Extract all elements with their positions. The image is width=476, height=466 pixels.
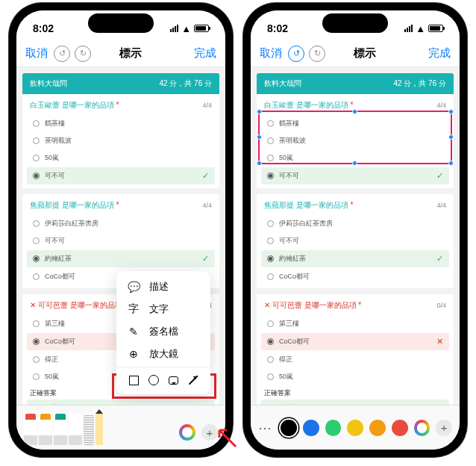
color-green[interactable] xyxy=(325,420,342,436)
shape-bubble-button[interactable] xyxy=(166,373,180,387)
color-yellow[interactable] xyxy=(347,420,363,436)
q1-opt-2[interactable]: 50嵐 xyxy=(30,149,212,167)
drawn-rectangle-shape[interactable] xyxy=(258,111,452,164)
q3-text: ✕ 可可芭蕾 是哪一家的品項 * xyxy=(264,300,361,311)
dynamic-island xyxy=(322,13,388,33)
marker-teal[interactable] xyxy=(54,414,67,445)
q1-opt-3[interactable]: 可不可✓ xyxy=(261,167,449,184)
q3-opt-3[interactable]: 50嵐 xyxy=(264,368,446,385)
nav-title: 標示 xyxy=(301,46,428,60)
dynamic-island xyxy=(88,13,154,33)
shape-square-button[interactable] xyxy=(127,373,140,387)
phone-left: 8:02 ▲︎ 取消 ↺ ↻ 標示 完成 飲料大哉問 42 分，共 76 分 xyxy=(9,3,233,457)
status-icons: ▲︎ xyxy=(170,23,209,34)
status-time: 8:02 xyxy=(33,22,54,34)
annotation-arrow xyxy=(215,426,237,448)
q2-text: 焦蘋那提 是哪一家的品項 * xyxy=(264,200,353,211)
q2-opt-0[interactable]: 伊莉莎白紅茶書房 xyxy=(30,215,212,232)
q3-opt-1[interactable]: CoCo都可✕ xyxy=(261,333,449,350)
battery-icon xyxy=(428,25,443,32)
pencil-tool[interactable] xyxy=(95,414,103,445)
quiz-header: 飲料大哉問 42 分，共 76 分 xyxy=(22,73,219,94)
quiz-score: 42 分，共 76 分 xyxy=(393,78,446,89)
color-red[interactable] xyxy=(392,420,408,436)
content-right[interactable]: 飲料大哉問 42 分，共 76 分 白玉歐蕾 是哪一家的品項 * 4/4 鶴茶樓… xyxy=(251,67,460,405)
shapes-row xyxy=(116,367,210,390)
quiz-header: 飲料大哉問 42 分，共 76 分 xyxy=(257,73,454,94)
correct-answer-label: 正確答案 xyxy=(264,388,446,398)
screen-right: 8:02 ▲︎ 取消 ↺ ↻ 標示 完成 飲料大哉問 42 分，共 76 分 xyxy=(251,10,460,450)
phone-right: 8:02 ▲︎ 取消 ↺ ↻ 標示 完成 飲料大哉問 42 分，共 76 分 xyxy=(243,3,467,457)
q2-opt-2[interactable]: 約翰紅茶✓ xyxy=(261,250,449,267)
done-button[interactable]: 完成 xyxy=(428,46,451,60)
wifi-icon: ▲︎ xyxy=(416,23,425,34)
marker-red[interactable] xyxy=(24,414,37,445)
content-left[interactable]: 飲料大哉問 42 分，共 76 分 白玉歐蕾 是哪一家的品項 * 4/4 鶴茶樓… xyxy=(16,67,225,405)
magnifier-icon: ⊕ xyxy=(127,348,140,360)
q2-opt-1[interactable]: 可不可 xyxy=(264,232,446,249)
nav-bar: 取消 ↺ ↻ 標示 完成 xyxy=(16,40,225,67)
screen-left: 8:02 ▲︎ 取消 ↺ ↻ 標示 完成 飲料大哉問 42 分，共 76 分 xyxy=(16,10,225,450)
q1-text: 白玉歐蕾 是哪一家的品項 * xyxy=(30,100,119,111)
ruler-tool[interactable] xyxy=(84,415,94,445)
check-icon: ✓ xyxy=(202,254,209,264)
quiz-score: 42 分，共 76 分 xyxy=(159,78,212,89)
color-blue[interactable] xyxy=(303,420,319,436)
color-orange[interactable] xyxy=(369,420,386,436)
q3-correct: 50嵐 xyxy=(261,400,449,405)
color-picker-icon[interactable] xyxy=(414,420,430,436)
cancel-button[interactable]: 取消 xyxy=(260,46,282,60)
q3-opt-2[interactable]: 得正 xyxy=(264,351,446,368)
color-toolbar: ⋯ + xyxy=(251,405,460,450)
q2-text: 焦蘋那提 是哪一家的品項 * xyxy=(30,200,119,211)
question-card-2: 焦蘋那提 是哪一家的品項 * 4/4 伊莉莎白紅茶書房 可不可 約翰紅茶✓ Co… xyxy=(257,194,454,288)
q2-opt-1[interactable]: 可不可 xyxy=(30,232,212,249)
add-popup-menu: 💬描述 字文字 ✎簽名檔 ⊕放大鏡 xyxy=(116,271,210,394)
check-icon: ✓ xyxy=(202,171,209,181)
status-icons: ▲︎ xyxy=(404,23,443,34)
check-icon: ✓ xyxy=(436,254,443,264)
signature-icon: ✎ xyxy=(127,326,140,338)
eraser-tool[interactable] xyxy=(69,414,82,445)
q2-points: 4/4 xyxy=(436,202,446,209)
popup-text[interactable]: 字文字 xyxy=(116,298,210,320)
color-black[interactable] xyxy=(281,420,297,436)
q3-text: ✕ 可可芭蕾 是哪一家的品項 * xyxy=(30,300,127,311)
cancel-button[interactable]: 取消 xyxy=(25,46,48,60)
popup-signature[interactable]: ✎簽名檔 xyxy=(116,320,210,343)
q2-opt-0[interactable]: 伊莉莎白紅茶書房 xyxy=(264,215,446,232)
wifi-icon: ▲︎ xyxy=(181,23,191,34)
q2-points: 4/4 xyxy=(202,202,212,209)
q1-opt-3[interactable]: 可不可✓ xyxy=(27,167,215,184)
battery-icon xyxy=(194,25,209,32)
nav-title: 標示 xyxy=(67,46,194,60)
text-icon: 字 xyxy=(127,302,140,316)
color-picker-icon[interactable] xyxy=(179,424,195,441)
q1-points: 4/4 xyxy=(436,102,446,109)
nav-bar: 取消 ↺ ↻ 標示 完成 xyxy=(251,40,460,67)
options-icon[interactable]: ⋯ xyxy=(258,420,272,436)
signal-icon xyxy=(404,25,413,32)
question-card-1: 白玉歐蕾 是哪一家的品項 * 4/4 鶴茶樓 茶明載波 50嵐 可不可✓ xyxy=(257,94,454,188)
shape-arrow-button[interactable] xyxy=(187,373,200,387)
q3-correct: 50嵐 xyxy=(27,400,215,405)
q1-opt-1[interactable]: 茶明載波 xyxy=(30,132,212,149)
popup-describe[interactable]: 💬描述 xyxy=(116,276,210,298)
check-icon: ✓ xyxy=(436,171,443,181)
popup-magnifier[interactable]: ⊕放大鏡 xyxy=(116,343,210,365)
q3-opt-0[interactable]: 第三樓 xyxy=(264,315,446,332)
add-button[interactable]: + xyxy=(436,420,452,436)
status-time: 8:02 xyxy=(267,22,288,34)
question-card-3: ✕ 可可芭蕾 是哪一家的品項 * 0/4 第三樓 CoCo都可✕ 得正 50嵐 … xyxy=(257,294,454,405)
q2-opt-3[interactable]: CoCo都可 xyxy=(264,268,446,285)
q1-points: 4/4 xyxy=(202,102,212,109)
marker-orange[interactable] xyxy=(39,414,52,445)
shape-circle-button[interactable] xyxy=(147,373,160,387)
q1-text: 白玉歐蕾 是哪一家的品項 * xyxy=(264,100,353,111)
q1-opt-0[interactable]: 鶴茶樓 xyxy=(30,115,212,132)
markup-toolbar: + xyxy=(16,405,225,450)
q3-points: 0/4 xyxy=(436,302,446,309)
done-button[interactable]: 完成 xyxy=(194,46,216,60)
q2-opt-2[interactable]: 約翰紅茶✓ xyxy=(27,250,215,267)
signal-icon xyxy=(170,25,178,32)
